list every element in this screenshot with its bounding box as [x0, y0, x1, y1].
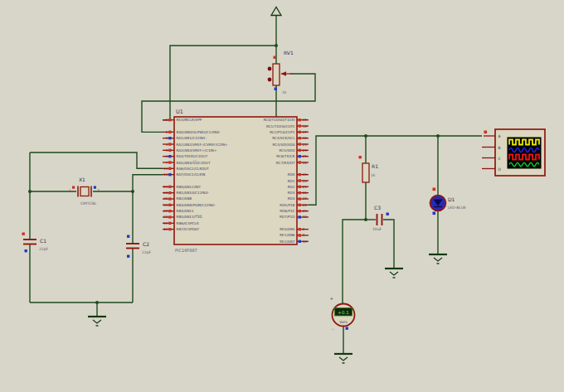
- voltmeter-reading: +0.1: [338, 310, 348, 315]
- chip-pin-left-37[interactable]: 37RB4/AN11: [163, 209, 194, 213]
- chip-pin-right-22[interactable]: 22RD3: [288, 191, 309, 195]
- chip-pin-right-17[interactable]: 17RC2/P1A/CCP1: [270, 130, 309, 134]
- pin-label: RC3/SCK/SCL: [272, 136, 295, 140]
- pin-number: 20: [303, 179, 308, 183]
- pin-label: RA4/T0CKI/C1OUT: [177, 154, 208, 158]
- pin-number: 8: [303, 227, 305, 231]
- pin-state-dot: [168, 204, 171, 206]
- d1-value-label: LED-BLUE: [448, 206, 466, 210]
- wire-osc2-net[interactable]: [30, 152, 163, 168]
- c1-value-label: 22pF: [39, 247, 49, 251]
- chip-pin-left-39[interactable]: 39RB6/ICSPCLK: [163, 221, 199, 225]
- pin-state-dot: [299, 124, 301, 127]
- capacitor-c2[interactable]: C2 22pF: [126, 235, 152, 258]
- chip-pin-left-13[interactable]: 13RA7/OSC1/CLKIN: [163, 172, 206, 177]
- chip-pin-right-27[interactable]: 27RD4: [288, 196, 309, 201]
- chip-pin-right-8[interactable]: 8RE0/AN5: [280, 227, 309, 231]
- pin-number: 17: [303, 130, 308, 134]
- chip-pin-right-28[interactable]: 28RD5/P1B: [280, 203, 309, 207]
- chip-pin-right-21[interactable]: 21RD2: [288, 185, 309, 189]
- chip-pin-right-25[interactable]: 25RC6/TX/CK: [276, 154, 309, 158]
- pin-state-dot: [299, 228, 301, 230]
- pin-label: RC7/RX/DT: [276, 161, 295, 165]
- chip-pin-right-26[interactable]: 26RC7/RX/DT: [276, 161, 309, 165]
- ground-icon[interactable]: [385, 269, 403, 278]
- chip-pin-left-38[interactable]: 38RB5/AN13/T̅1̅G̅: [163, 215, 202, 220]
- pin-state-dot: [168, 215, 171, 218]
- chip-pin-right-16[interactable]: 16RC1/T1OSI/CCP2: [266, 124, 309, 128]
- junction-dot: [364, 134, 367, 138]
- chip-pin-left-2[interactable]: 2RA0/AN0/ULPWU/C12IN0-: [163, 130, 221, 134]
- ground-icon[interactable]: [429, 254, 447, 264]
- pin-number: 29: [303, 209, 308, 213]
- chip-pin-right-18[interactable]: 18RC3/SCK/SCL: [272, 136, 309, 140]
- rv1-value-label: 1k: [282, 90, 287, 94]
- chip-pin-right-20[interactable]: 20RD1: [288, 179, 309, 183]
- chip-pin-left-40[interactable]: 40RB7/ICSPDAT: [163, 227, 199, 231]
- scope-channel-d-label: D: [498, 167, 502, 172]
- chip-pin-left-7[interactable]: 7RA5/AN4/S̅S̅/C2OUT: [163, 160, 211, 165]
- r1-value-label: 1k: [371, 173, 376, 177]
- pin-state-dot: [72, 186, 75, 189]
- pin-label: RE1/AN6: [280, 233, 295, 237]
- pin-number: 38: [163, 215, 168, 219]
- pin-state-dot: [299, 191, 301, 194]
- capacitor-c1[interactable]: C1 22pF: [22, 233, 49, 253]
- x1-ref-label: X1: [79, 177, 85, 182]
- pin-state-dot: [299, 155, 301, 157]
- power-terminal-icon[interactable]: [271, 7, 281, 16]
- pin-state-dot: [22, 233, 25, 235]
- wire-c3-right-to-ground[interactable]: [383, 220, 394, 269]
- pin-number: 19: [303, 172, 308, 177]
- wire-rd5-to-scope[interactable]: [309, 136, 482, 205]
- potentiometer-rv1[interactable]: RV1 1k: [268, 50, 294, 94]
- pot-terminal-dot: [268, 78, 272, 82]
- chip-pin-right-19[interactable]: 19RD0: [288, 172, 309, 177]
- chip-pin-left-4[interactable]: 4RA2/AN2/VREF-/CVREF/C2IN+: [163, 143, 228, 147]
- chip-pin-right-29[interactable]: 29RD6/P1C: [280, 209, 309, 213]
- capacitor-c3[interactable]: C3 10uF: [372, 205, 389, 231]
- ground-icon[interactable]: [88, 317, 106, 326]
- pin-number: 21: [303, 185, 308, 189]
- chip-pin-left-33[interactable]: 33RB0/AN12/INT: [163, 185, 201, 189]
- chip-pin-right-9[interactable]: 9RE1/AN6: [280, 233, 309, 237]
- crystal-pin1-number: 1: [69, 189, 70, 192]
- chip-pin-left-6[interactable]: 6RA4/T0CKI/C1OUT: [163, 154, 208, 158]
- chip-pin-left-1[interactable]: 1RE3/MCLR/VPP: [163, 118, 202, 122]
- pin-label: RC1/T1OSI/CCP2: [266, 124, 295, 128]
- pin-state-dot: [168, 222, 171, 225]
- junction-dot: [275, 44, 278, 47]
- chip-pin-right-10[interactable]: 10RE2/AN7: [280, 240, 309, 244]
- pin-state-dot: [168, 161, 171, 163]
- chip-pin-right-30[interactable]: 30RD7/P1D: [280, 215, 309, 219]
- pin-state-dot: [299, 215, 301, 218]
- chip-pin-left-35[interactable]: 35RB2/AN8: [163, 196, 192, 201]
- chip-pin-left-14[interactable]: 14RA6/OSC2/CLKOUT: [163, 167, 209, 171]
- pin-number: 35: [163, 196, 168, 201]
- pin-label: RB2/AN8: [177, 196, 192, 201]
- pin-number: 26: [303, 161, 308, 165]
- chip-pin-left-34[interactable]: 34RB1/AN10/C12IN3-: [163, 191, 209, 195]
- chip-pin-right-15[interactable]: 15RC0/T1OSO/T1CKI: [264, 118, 309, 122]
- pin-number: 37: [163, 209, 168, 213]
- chip-pin-left-3[interactable]: 3RA1/AN1/C12IN1-: [163, 136, 207, 140]
- chip-pin-left-36[interactable]: 36RB3/AN9/PGM/C12IN2-: [163, 203, 216, 207]
- pin-number: 18: [303, 136, 308, 140]
- chip-pin-right-23[interactable]: 23RC4/SDI/SDA: [273, 143, 309, 147]
- pin-label: RB1/AN10/C12IN3-: [177, 191, 210, 195]
- chip-ref-label: U1: [176, 109, 183, 115]
- wire-osc1-net-to-c2[interactable]: [133, 175, 163, 244]
- pin-state-dot: [299, 161, 301, 163]
- oscilloscope[interactable]: A B C D: [482, 129, 545, 176]
- resistor-r1[interactable]: R1 1k: [359, 156, 379, 182]
- pin-state-dot: [387, 213, 389, 215]
- mcu-u1[interactable]: U1 PIC16F887 1RE3/MCLR/VPP2RA0/AN0/ULPWU…: [163, 109, 309, 253]
- led-d1[interactable]: D1 LED-BLUE: [430, 188, 466, 215]
- ground-icon[interactable]: [334, 354, 352, 363]
- chip-pin-left-5[interactable]: 5RA3/AN3/VREF+/C1IN+: [163, 148, 217, 152]
- pin-state-dot: [168, 149, 171, 152]
- pin-state-dot: [299, 119, 301, 121]
- wire-to-voltmeter[interactable]: [343, 220, 366, 304]
- pin-label: RD0: [288, 172, 295, 177]
- chip-pin-right-24[interactable]: 24RC5/SDO: [280, 148, 309, 152]
